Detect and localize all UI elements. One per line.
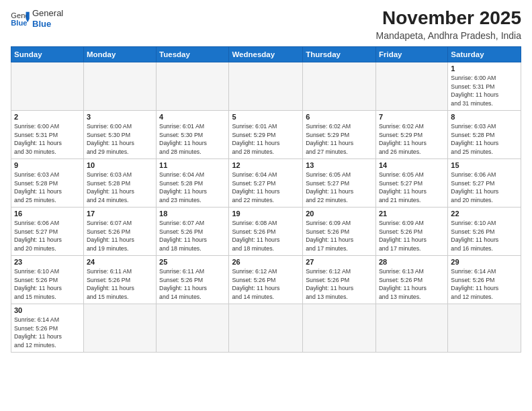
week-row-5: 23Sunrise: 6:10 AM Sunset: 5:26 PM Dayli… [11,255,521,304]
calendar-cell: 15Sunrise: 6:06 AM Sunset: 5:27 PM Dayli… [448,158,521,207]
calendar-cell [303,62,376,110]
weekday-header-wednesday: Wednesday [229,46,303,62]
calendar-cell: 9Sunrise: 6:03 AM Sunset: 5:28 PM Daylig… [11,158,84,207]
day-info: Sunrise: 6:09 AM Sunset: 5:26 PM Dayligh… [306,219,373,253]
weekday-header-sunday: Sunday [11,46,84,62]
calendar-cell: 4Sunrise: 6:01 AM Sunset: 5:30 PM Daylig… [157,110,229,158]
day-number: 5 [232,113,300,121]
day-number: 23 [14,258,81,266]
calendar-cell [83,304,156,352]
day-number: 10 [87,161,153,169]
calendar-cell: 28Sunrise: 6:13 AM Sunset: 5:26 PM Dayli… [375,255,447,304]
weekday-header-saturday: Saturday [448,46,521,62]
day-number: 2 [14,113,81,121]
logo-blue-text: Blue [32,19,63,30]
day-info: Sunrise: 6:14 AM Sunset: 5:26 PM Dayligh… [451,267,518,302]
day-info: Sunrise: 6:03 AM Sunset: 5:28 PM Dayligh… [87,171,153,205]
calendar-cell: 17Sunrise: 6:07 AM Sunset: 5:26 PM Dayli… [83,207,156,255]
calendar-cell [448,304,521,352]
calendar-cell: 25Sunrise: 6:11 AM Sunset: 5:26 PM Dayli… [157,255,229,304]
day-number: 26 [232,258,300,266]
logo-general-text: General [32,8,63,19]
calendar-cell: 3Sunrise: 6:00 AM Sunset: 5:30 PM Daylig… [83,110,156,158]
day-number: 9 [14,161,81,169]
day-number: 22 [451,210,518,218]
day-number: 28 [379,258,445,266]
calendar-cell: 19Sunrise: 6:08 AM Sunset: 5:26 PM Dayli… [229,207,303,255]
day-info: Sunrise: 6:13 AM Sunset: 5:26 PM Dayligh… [379,267,445,302]
day-info: Sunrise: 6:12 AM Sunset: 5:26 PM Dayligh… [306,267,373,302]
weekday-header-row: SundayMondayTuesdayWednesdayThursdayFrid… [11,46,521,62]
weekday-header-tuesday: Tuesday [157,46,229,62]
day-info: Sunrise: 6:08 AM Sunset: 5:26 PM Dayligh… [232,219,300,253]
day-number: 24 [87,258,153,266]
calendar-cell: 12Sunrise: 6:04 AM Sunset: 5:27 PM Dayli… [229,158,303,207]
week-row-4: 16Sunrise: 6:06 AM Sunset: 5:27 PM Dayli… [11,207,521,255]
day-number: 7 [379,113,445,121]
weekday-header-monday: Monday [83,46,156,62]
title-block: November 2025 Mandapeta, Andhra Pradesh,… [376,8,521,41]
day-info: Sunrise: 6:00 AM Sunset: 5:31 PM Dayligh… [451,74,518,108]
day-number: 15 [451,161,518,169]
logo-icon: General Blue [11,11,30,27]
calendar-cell: 5Sunrise: 6:01 AM Sunset: 5:29 PM Daylig… [229,110,303,158]
day-info: Sunrise: 6:03 AM Sunset: 5:28 PM Dayligh… [14,171,81,205]
header: General Blue General Blue November 2025 … [11,8,521,41]
day-info: Sunrise: 6:03 AM Sunset: 5:28 PM Dayligh… [451,122,518,156]
day-info: Sunrise: 6:07 AM Sunset: 5:26 PM Dayligh… [87,219,153,253]
calendar-cell [375,62,447,110]
svg-marker-2 [26,11,30,18]
day-info: Sunrise: 6:06 AM Sunset: 5:27 PM Dayligh… [14,219,81,253]
calendar-cell: 1Sunrise: 6:00 AM Sunset: 5:31 PM Daylig… [448,62,521,110]
day-number: 14 [379,161,445,169]
calendar-cell: 21Sunrise: 6:09 AM Sunset: 5:26 PM Dayli… [375,207,447,255]
day-info: Sunrise: 6:01 AM Sunset: 5:29 PM Dayligh… [232,122,300,156]
week-row-3: 9Sunrise: 6:03 AM Sunset: 5:28 PM Daylig… [11,158,521,207]
day-number: 17 [87,210,153,218]
day-info: Sunrise: 6:02 AM Sunset: 5:29 PM Dayligh… [379,122,445,156]
day-number: 13 [306,161,373,169]
calendar-cell: 10Sunrise: 6:03 AM Sunset: 5:28 PM Dayli… [83,158,156,207]
calendar-cell: 23Sunrise: 6:10 AM Sunset: 5:26 PM Dayli… [11,255,84,304]
logo: General Blue General Blue [11,8,63,29]
day-info: Sunrise: 6:09 AM Sunset: 5:26 PM Dayligh… [379,219,445,253]
day-number: 27 [306,258,373,266]
day-number: 12 [232,161,300,169]
day-number: 18 [159,210,226,218]
calendar-cell [229,304,303,352]
month-title: November 2025 [376,8,521,29]
day-info: Sunrise: 6:07 AM Sunset: 5:26 PM Dayligh… [159,219,226,253]
calendar-cell: 16Sunrise: 6:06 AM Sunset: 5:27 PM Dayli… [11,207,84,255]
calendar-cell [157,62,229,110]
day-info: Sunrise: 6:04 AM Sunset: 5:28 PM Dayligh… [159,171,226,205]
location: Mandapeta, Andhra Pradesh, India [376,30,521,41]
week-row-6: 30Sunrise: 6:14 AM Sunset: 5:26 PM Dayli… [11,304,521,352]
day-info: Sunrise: 6:05 AM Sunset: 5:27 PM Dayligh… [306,171,373,205]
calendar-cell [157,304,229,352]
calendar-cell: 14Sunrise: 6:05 AM Sunset: 5:27 PM Dayli… [375,158,447,207]
svg-text:Blue: Blue [11,19,27,27]
calendar-cell [11,62,84,110]
calendar-cell: 29Sunrise: 6:14 AM Sunset: 5:26 PM Dayli… [448,255,521,304]
week-row-2: 2Sunrise: 6:00 AM Sunset: 5:31 PM Daylig… [11,110,521,158]
day-number: 30 [14,306,81,314]
calendar-cell: 22Sunrise: 6:10 AM Sunset: 5:26 PM Dayli… [448,207,521,255]
day-number: 3 [87,113,153,121]
day-info: Sunrise: 6:05 AM Sunset: 5:27 PM Dayligh… [379,171,445,205]
day-number: 29 [451,258,518,266]
day-number: 25 [159,258,226,266]
day-number: 21 [379,210,445,218]
day-number: 6 [306,113,373,121]
calendar-cell: 20Sunrise: 6:09 AM Sunset: 5:26 PM Dayli… [303,207,376,255]
week-row-1: 1Sunrise: 6:00 AM Sunset: 5:31 PM Daylig… [11,62,521,110]
calendar-cell: 13Sunrise: 6:05 AM Sunset: 5:27 PM Dayli… [303,158,376,207]
day-info: Sunrise: 6:11 AM Sunset: 5:26 PM Dayligh… [159,267,226,302]
calendar-cell: 6Sunrise: 6:02 AM Sunset: 5:29 PM Daylig… [303,110,376,158]
calendar-cell: 8Sunrise: 6:03 AM Sunset: 5:28 PM Daylig… [448,110,521,158]
day-number: 1 [451,64,518,73]
day-info: Sunrise: 6:10 AM Sunset: 5:26 PM Dayligh… [451,219,518,253]
calendar-cell: 7Sunrise: 6:02 AM Sunset: 5:29 PM Daylig… [375,110,447,158]
day-number: 8 [451,113,518,121]
day-info: Sunrise: 6:12 AM Sunset: 5:26 PM Dayligh… [232,267,300,302]
calendar-cell: 30Sunrise: 6:14 AM Sunset: 5:26 PM Dayli… [11,304,84,352]
